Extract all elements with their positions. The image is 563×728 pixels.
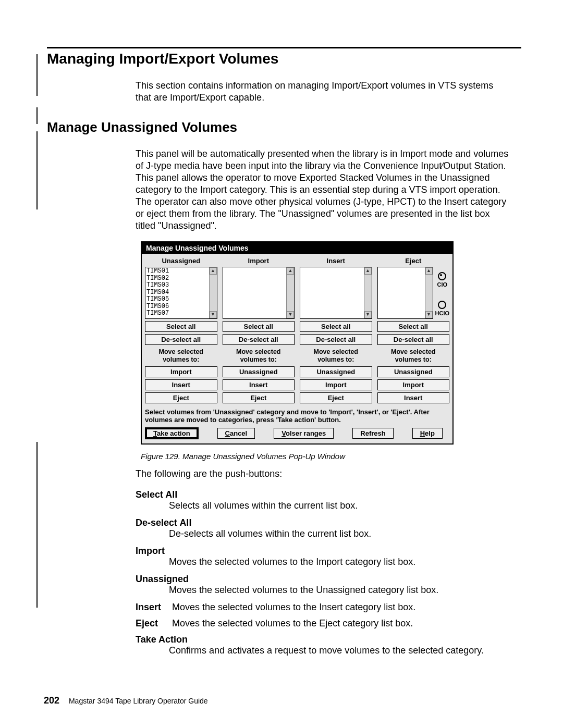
page-number: 202 — [44, 695, 59, 706]
column-unassigned: Unassigned TIMS01 TIMS02 TIMS03 TIMS04 T… — [145, 256, 217, 403]
column-head-unassigned: Unassigned — [145, 256, 217, 267]
move-label: Move selected volumes to: — [223, 348, 295, 363]
list-item[interactable]: TIMS05 — [146, 296, 216, 303]
column-eject: Eject ▲ ▼ — [377, 256, 450, 403]
listbox-import[interactable]: ▲ ▼ — [223, 267, 295, 319]
move-to-insert-button[interactable]: Insert — [145, 379, 217, 390]
scrollbar[interactable]: ▲ ▼ — [209, 267, 217, 318]
def-text-import: Moves the selected volumes to the Import… — [169, 557, 511, 567]
list-item[interactable]: TIMS01 — [146, 268, 216, 275]
column-insert: Insert ▲ ▼ Select all De-select all Move… — [300, 256, 372, 403]
subsection-heading: Manage Unassigned Volumes — [47, 119, 521, 135]
select-all-button[interactable]: Select all — [377, 321, 450, 332]
intro-paragraph-2: This panel will be automatically present… — [136, 148, 511, 232]
move-to-import-button[interactable]: Import — [300, 379, 372, 390]
move-label: Move selected volumes to: — [145, 348, 217, 363]
scroll-up-icon[interactable]: ▲ — [364, 267, 372, 275]
def-term-unassigned: Unassigned — [136, 574, 511, 585]
listbox-unassigned[interactable]: TIMS01 TIMS02 TIMS03 TIMS04 TIMS05 TIMS0… — [145, 267, 217, 319]
list-item[interactable]: TIMS02 — [146, 275, 216, 282]
def-text-eject: Moves the selected volumes to the Eject … — [172, 618, 511, 629]
radio-hcio[interactable] — [438, 301, 446, 309]
dialog-title: Manage Unassigned Volumes — [142, 242, 452, 254]
scrollbar[interactable]: ▲ ▼ — [364, 267, 372, 318]
def-term-eject: Eject — [136, 618, 172, 629]
volser-label: olser ranges — [286, 429, 326, 437]
move-to-eject-button[interactable]: Eject — [223, 392, 295, 403]
scroll-down-icon[interactable]: ▼ — [364, 311, 372, 318]
take-action-label: ake action — [157, 429, 190, 437]
move-to-import-button[interactable]: Import — [145, 366, 217, 377]
def-term-insert: Insert — [136, 602, 172, 613]
select-all-button[interactable]: Select all — [145, 321, 217, 332]
deselect-all-button[interactable]: De-select all — [300, 334, 372, 345]
list-item[interactable]: TIMS07 — [146, 310, 216, 317]
deselect-all-button[interactable]: De-select all — [145, 334, 217, 345]
def-text-unassigned: Moves the selected volumes to the Unassi… — [169, 585, 511, 596]
section-rule — [47, 47, 521, 48]
scroll-down-icon[interactable]: ▼ — [287, 311, 294, 318]
deselect-all-button[interactable]: De-select all — [223, 334, 295, 345]
move-to-unassigned-button[interactable]: Unassigned — [377, 366, 450, 377]
list-item[interactable]: TIMS04 — [146, 289, 216, 297]
scrollbar[interactable]: ▲ ▼ — [425, 267, 433, 318]
def-term-import: Import — [136, 546, 511, 557]
move-to-unassigned-button[interactable]: Unassigned — [300, 366, 372, 377]
def-text-take-action: Confirms and activates a request to move… — [169, 645, 511, 656]
move-to-insert-button[interactable]: Insert — [377, 392, 450, 403]
refresh-button[interactable]: Refresh — [352, 428, 393, 439]
column-import: Import ▲ ▼ Select all De-select all Move… — [223, 256, 295, 403]
scroll-down-icon[interactable]: ▼ — [210, 311, 217, 318]
running-footer: Magstar 3494 Tape Library Operator Guide — [69, 697, 208, 705]
scroll-up-icon[interactable]: ▲ — [425, 267, 433, 275]
figure-dialog: Manage Unassigned Volumes Unassigned TIM… — [141, 241, 454, 461]
column-head-import: Import — [223, 256, 295, 267]
move-to-unassigned-button[interactable]: Unassigned — [223, 366, 295, 377]
dialog-hint: Select volumes from 'Unassigned' categor… — [145, 409, 449, 424]
button-definitions: Select All Selects all volumes within th… — [136, 489, 511, 656]
def-text-deselect-all: De-selects all volumes within the curren… — [169, 528, 511, 539]
help-label: elp — [425, 429, 435, 437]
intro-paragraph-1: This section contains information on man… — [136, 80, 511, 104]
move-to-eject-button[interactable]: Eject — [300, 392, 372, 403]
select-all-button[interactable]: Select all — [223, 321, 295, 332]
list-item[interactable]: TIMS06 — [146, 303, 216, 311]
move-to-import-button[interactable]: Import — [377, 379, 450, 390]
def-text-select-all: Selects all volumes within the current l… — [169, 500, 511, 511]
figure-caption: Figure 129. Manage Unassigned Volumes Po… — [141, 452, 454, 461]
radio-cio-label: CIO — [437, 281, 447, 288]
cancel-label: ancel — [230, 429, 247, 437]
page-footer: 202 Magstar 3494 Tape Library Operator G… — [44, 695, 208, 706]
def-term-deselect-all: De-select All — [136, 517, 511, 528]
after-figure-lead: The following are the push-buttons: — [136, 468, 511, 480]
def-text-insert: Moves the selected volumes to the Insert… — [172, 602, 511, 613]
take-action-button[interactable]: Take action — [145, 427, 199, 439]
radio-hcio-label: HCIO — [435, 310, 450, 316]
select-all-button[interactable]: Select all — [300, 321, 372, 332]
scroll-down-icon[interactable]: ▼ — [425, 311, 433, 318]
section-heading: Managing Import/Export Volumes — [47, 51, 521, 67]
def-term-select-all: Select All — [136, 489, 511, 500]
list-item[interactable]: TIMS03 — [146, 282, 216, 289]
move-to-eject-button[interactable]: Eject — [145, 392, 217, 403]
scrollbar[interactable]: ▲ ▼ — [286, 267, 294, 318]
volser-ranges-button[interactable]: Volser ranges — [274, 428, 334, 439]
column-head-eject: Eject — [377, 256, 450, 267]
scroll-up-icon[interactable]: ▲ — [210, 267, 217, 275]
listbox-eject[interactable]: ▲ ▼ — [377, 267, 433, 319]
deselect-all-button[interactable]: De-select all — [377, 334, 450, 345]
move-label: Move selected volumes to: — [300, 348, 372, 363]
radio-cio[interactable] — [438, 272, 446, 280]
scroll-up-icon[interactable]: ▲ — [287, 267, 294, 275]
move-to-insert-button[interactable]: Insert — [223, 379, 295, 390]
listbox-insert[interactable]: ▲ ▼ — [300, 267, 372, 319]
move-label: Move selected volumes to: — [377, 348, 450, 363]
cancel-button[interactable]: Cancel — [217, 428, 255, 439]
refresh-label: Refresh — [360, 429, 385, 437]
help-button[interactable]: Help — [412, 428, 443, 439]
def-term-take-action: Take Action — [136, 634, 511, 645]
eject-destination-radios: CIO HCIO — [435, 267, 450, 319]
dialog-window: Manage Unassigned Volumes Unassigned TIM… — [141, 241, 454, 445]
column-head-insert: Insert — [300, 256, 372, 267]
